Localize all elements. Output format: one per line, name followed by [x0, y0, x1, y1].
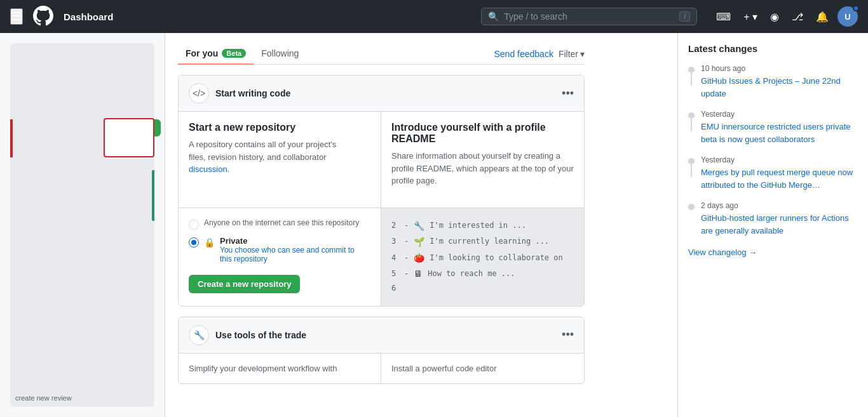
filter-chevron-icon: ▾ [580, 49, 585, 59]
changelog-item-1: 10 hours ago GitHub Issues & Projects – … [688, 64, 858, 100]
changelog-dot-2 [688, 112, 695, 119]
sidebar: New create new review [0, 33, 165, 417]
tools-left-card: Simplify your development workflow with [179, 354, 381, 383]
header: ☰ Dashboard 🔍 Type / to search / ⌨ + ▾ ◉… [0, 0, 868, 33]
tools-card-section: 🔧 Use tools of the trade ••• Simplify yo… [178, 317, 585, 384]
lock-icon: 🔒 [204, 237, 215, 248]
code-line-5: 5 - 🖥 How to reach me ... [391, 266, 574, 282]
repo-options-panel: Anyone on the internet can see this repo… [179, 208, 381, 306]
changelog-time-1: 10 hours ago [701, 64, 858, 73]
video-button[interactable]: ◉ [766, 8, 783, 25]
create-new-repository-button[interactable]: Create a new repository [189, 275, 300, 293]
code-preview: 2 - 🔧 I'm interested in ... 3 - 🌱 I'm cu… [391, 218, 574, 296]
new-repo-card-title: Start a new repository [189, 122, 370, 133]
private-radio-desc: You choose who can see and commit to thi… [220, 246, 355, 263]
sidebar-highlight-box [104, 118, 154, 157]
public-radio-button[interactable] [189, 220, 199, 230]
wrench-icon: 🔧 [189, 325, 209, 345]
changelog-link-4[interactable]: GitHub-hosted larger runners for Actions… [701, 213, 849, 235]
code-line-4: 4 - 🍅 I'm looking to collaborate on [391, 250, 574, 266]
profile-readme-card: Introduce yourself with a profile README… [381, 112, 584, 208]
terminal-button[interactable]: ⌨ [712, 8, 735, 25]
sidebar-red-indicator [10, 119, 13, 157]
search-icon: 🔍 [488, 11, 499, 22]
cards-middle-row: Anyone on the internet can see this repo… [179, 208, 584, 306]
search-bar[interactable]: 🔍 Type / to search / [481, 8, 697, 25]
changelog-dot-4 [688, 204, 695, 210]
avatar[interactable]: U [837, 6, 858, 27]
public-radio-desc: Anyone on the internet can see this repo… [204, 218, 359, 227]
pr-button[interactable]: ⎇ [788, 8, 807, 25]
view-changelog-link[interactable]: View changelog → [688, 248, 757, 257]
hamburger-button[interactable]: ☰ [10, 8, 23, 25]
start-writing-title: Start writing code [215, 88, 562, 98]
start-writing-header: </> Start writing code ••• [179, 76, 584, 112]
profile-readme-desc: Share information about yourself by crea… [391, 150, 574, 187]
notification-button[interactable]: 🔔 [812, 8, 832, 25]
code-line-3: 3 - 🌱 I'm currently learning ... [391, 234, 574, 250]
page-title: Dashboard [64, 11, 113, 22]
changelog-item-4: 2 days ago GitHub-hosted larger runners … [688, 201, 858, 237]
tab-following[interactable]: Following [254, 43, 306, 65]
readme-code-panel: 2 - 🔧 I'm interested in ... 3 - 🌱 I'm cu… [381, 208, 584, 306]
private-radio-button[interactable] [189, 237, 199, 248]
changelog-time-4: 2 days ago [701, 201, 858, 210]
changelog-time-3: Yesterday [701, 156, 858, 164]
teal-scrollbar-accent [152, 170, 154, 221]
changelog-link-1[interactable]: GitHub Issues & Projects – June 22nd upd… [701, 76, 841, 98]
beta-badge: Beta [222, 49, 246, 58]
new-repo-card: Start a new repository A repository cont… [179, 112, 381, 208]
new-repo-desc-line2: files, revision history, and collaborato… [189, 152, 327, 162]
changelog-item-3: Yesterday Merges by pull request merge q… [688, 156, 858, 191]
right-panel: Latest changes 10 hours ago GitHub Issue… [677, 33, 868, 417]
tools-right-card: Install a powerful code editor [381, 354, 584, 383]
new-repo-card-desc: A repository contains all of your projec… [189, 138, 370, 176]
start-writing-more-icon[interactable]: ••• [562, 87, 574, 100]
code-line-2: 2 - 🔧 I'm interested in ... [391, 218, 574, 234]
private-radio-option: 🔒 Private You choose who can see and com… [189, 236, 370, 263]
private-radio-label: Private [220, 236, 355, 246]
search-shortcut-key: / [679, 11, 690, 22]
main-container: New create new review For you Beta Follo… [0, 33, 868, 417]
tab-for-you[interactable]: For you Beta [178, 43, 254, 65]
new-repo-desc-link[interactable]: discussion. [189, 164, 229, 174]
feed: For you Beta Following Send feedback Fil… [165, 33, 597, 394]
code-icon: </> [189, 83, 209, 103]
changelog-link-3[interactable]: Merges by pull request merge queue now a… [701, 168, 853, 190]
sidebar-content: New create new review [10, 43, 154, 407]
tab-actions: Send feedback Filter ▾ [494, 49, 585, 59]
tools-header: 🔧 Use tools of the trade ••• [179, 317, 584, 354]
changelog-list: 10 hours ago GitHub Issues & Projects – … [688, 64, 858, 237]
latest-changes-title: Latest changes [688, 43, 858, 54]
tab-for-you-label: For you [186, 48, 218, 58]
filter-label: Filter [559, 49, 578, 59]
tools-cards-row: Simplify your development workflow with … [179, 354, 584, 383]
avatar-status-dot [853, 5, 859, 11]
github-logo[interactable] [33, 6, 53, 28]
start-writing-card-section: </> Start writing code ••• Start a new r… [178, 75, 585, 307]
changelog-dot-1 [688, 67, 695, 73]
content-area: For you Beta Following Send feedback Fil… [165, 33, 677, 417]
changelog-time-2: Yesterday [701, 110, 858, 119]
profile-readme-title: Introduce yourself with a profile README [391, 122, 574, 145]
changelog-item-2: Yesterday EMU innersource restricted use… [688, 110, 858, 145]
tabs-bar: For you Beta Following Send feedback Fil… [178, 43, 585, 65]
filter-dropdown[interactable]: Filter ▾ [559, 49, 585, 59]
changelog-dot-3 [688, 158, 695, 164]
tab-following-label: Following [261, 48, 299, 58]
tools-more-icon[interactable]: ••• [562, 328, 574, 341]
new-button[interactable]: + ▾ [740, 8, 761, 25]
code-line-6: 6 [391, 282, 574, 296]
send-feedback-link[interactable]: Send feedback [494, 49, 553, 59]
header-actions: ⌨ + ▾ ◉ ⎇ 🔔 U [712, 6, 858, 27]
search-placeholder-text: Type / to search [504, 11, 674, 22]
changelog-link-2[interactable]: EMU innersource restricted users private… [701, 122, 851, 144]
new-repo-desc-line1: A repository contains all of your projec… [189, 140, 336, 149]
cards-top-row: Start a new repository A repository cont… [179, 112, 584, 208]
sidebar-bottom-label: create new review [15, 394, 72, 402]
tools-title: Use tools of the trade [215, 330, 562, 340]
public-radio-option: Anyone on the internet can see this repo… [189, 218, 370, 230]
